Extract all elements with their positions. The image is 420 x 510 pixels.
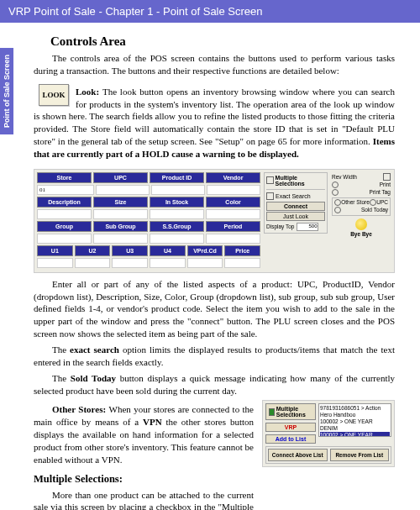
para-other-stores: Other Stores: When your stores are conne… bbox=[34, 403, 254, 465]
t: The bbox=[52, 373, 71, 383]
header-bar: VRP Point of Sale - Chapter 1 - Point of… bbox=[0, 0, 420, 23]
cell-blank[interactable] bbox=[37, 234, 92, 244]
multiple-selections-screenshot: Multiple Selections VRP Add to List 9781… bbox=[262, 400, 395, 467]
cell-blank[interactable] bbox=[151, 185, 205, 195]
col-u3: U3 bbox=[112, 245, 148, 256]
checkbox-icon bbox=[383, 173, 391, 181]
section-title: Controls Area bbox=[50, 34, 395, 49]
col-vprdcd: VPrd.Cd bbox=[187, 245, 223, 256]
col-subgroup: Sub Group bbox=[93, 221, 148, 232]
col-upc: UPC bbox=[93, 172, 148, 183]
right-panel: Rev Width Print Print Tag Other Store UP… bbox=[331, 172, 391, 238]
cell-blank[interactable] bbox=[206, 209, 260, 219]
other-store-label: Other Store bbox=[341, 199, 370, 205]
col-ssgroup: S.S.Group bbox=[150, 221, 204, 232]
exact-search-label: Exact Search bbox=[276, 193, 311, 199]
display-top: Display Top 500 bbox=[266, 223, 325, 231]
sold-today-row[interactable]: Sold Today bbox=[334, 207, 388, 213]
radio-icon bbox=[332, 181, 339, 188]
checkbox-icon bbox=[269, 408, 275, 416]
rev-width-label: Rev Width bbox=[332, 174, 357, 180]
cell-store-val[interactable]: 01 bbox=[37, 185, 94, 195]
header-title: VRP Point of Sale - Chapter 1 - Point of… bbox=[8, 5, 263, 18]
multiple-selections-checkbox[interactable]: Multiple Selections bbox=[266, 175, 325, 187]
ms-label-2: Multiple Selections bbox=[276, 406, 312, 418]
col-size: Size bbox=[93, 197, 148, 208]
remove-from-list-button[interactable]: Remove From List bbox=[330, 449, 390, 461]
upc-label: UPC bbox=[376, 199, 388, 205]
print-tag-row[interactable]: Print Tag bbox=[332, 189, 391, 196]
other-store-box: Other Store UPC Sold Today bbox=[332, 197, 391, 216]
cell-blank[interactable] bbox=[37, 209, 92, 219]
other-stores-bold: Other Stores: bbox=[52, 404, 109, 414]
list-item[interactable]: 100002 > ONE YEAR DENIM bbox=[320, 418, 390, 432]
sold-today-label: Sold Today bbox=[361, 207, 388, 213]
radio-icon bbox=[334, 199, 341, 206]
cell-blank[interactable] bbox=[150, 234, 204, 244]
lookup-screenshot: Store UPC Product ID Vendor 01 Descripti… bbox=[34, 169, 395, 273]
just-look-button[interactable]: Just Look bbox=[266, 212, 325, 221]
para-enter: Enter all or part of any of the listed a… bbox=[34, 278, 395, 340]
col-period: Period bbox=[206, 221, 260, 232]
mid-panel: Multiple Selections Exact Search Connect… bbox=[264, 172, 328, 234]
col-vendor: Vendor bbox=[206, 172, 260, 183]
exact-search-checkbox[interactable]: Exact Search bbox=[266, 192, 325, 200]
col-price: Price bbox=[224, 245, 260, 256]
list-item[interactable]: 9781931686051 > Action Hero Handboo bbox=[320, 405, 390, 418]
print-label: Print bbox=[380, 181, 391, 187]
list-item-selected[interactable]: 100002 > ONE YEAR DENIM bbox=[320, 432, 390, 438]
connect-above-list-button[interactable]: Connect Above List bbox=[268, 449, 328, 461]
col-group: Group bbox=[37, 221, 92, 232]
radio-icon bbox=[334, 207, 341, 213]
col-description: Description bbox=[37, 197, 92, 208]
cell-blank[interactable] bbox=[112, 258, 148, 268]
col-product-id: Product ID bbox=[150, 172, 204, 183]
cell-blank[interactable] bbox=[93, 209, 148, 219]
side-tab-label: Point of Sale Screen bbox=[3, 55, 11, 128]
ms-checkbox-2[interactable]: Multiple Selections bbox=[265, 403, 316, 420]
cell-blank[interactable] bbox=[75, 258, 111, 268]
display-top-label: Display Top bbox=[266, 223, 294, 229]
cell-blank[interactable] bbox=[150, 209, 204, 219]
bye-bye-button[interactable]: Bye Bye bbox=[332, 218, 391, 237]
connect-button[interactable]: Connect bbox=[266, 202, 325, 211]
ms-para1: More than one product can be attached to… bbox=[34, 489, 254, 510]
t: The bbox=[52, 344, 70, 355]
cell-blank[interactable] bbox=[150, 258, 186, 268]
radio-icon bbox=[370, 199, 376, 206]
look-lead: Look: bbox=[76, 87, 102, 97]
cell-blank[interactable] bbox=[224, 258, 260, 268]
col-instock: In Stock bbox=[150, 197, 204, 208]
add-to-list-button[interactable]: Add to List bbox=[265, 434, 316, 444]
other-store-row[interactable]: Other Store UPC bbox=[334, 199, 388, 206]
exact-search-bold: exact search bbox=[70, 344, 119, 355]
side-tab: Point of Sale Screen bbox=[0, 48, 13, 134]
checkbox-icon bbox=[266, 176, 274, 184]
bye-bye-icon bbox=[355, 218, 367, 230]
cell-blank[interactable] bbox=[187, 258, 223, 268]
vpn-bold: VPN bbox=[143, 417, 162, 427]
col-u1: U1 bbox=[37, 245, 73, 256]
print-row[interactable]: Print bbox=[332, 181, 391, 188]
col-u4: U4 bbox=[150, 245, 186, 256]
cell-blank[interactable] bbox=[207, 185, 260, 195]
selection-list[interactable]: 9781931686051 > Action Hero Handboo 1000… bbox=[318, 403, 391, 437]
cell-blank[interactable] bbox=[93, 234, 148, 244]
bye-bye-label: Bye Bye bbox=[332, 231, 391, 237]
cell-blank[interactable] bbox=[37, 258, 73, 268]
cell-blank[interactable] bbox=[206, 234, 260, 244]
radio-icon bbox=[332, 189, 339, 196]
grid-area: Store UPC Product ID Vendor 01 Descripti… bbox=[37, 172, 260, 270]
col-store: Store bbox=[37, 172, 92, 183]
rev-width-row[interactable]: Rev Width bbox=[332, 173, 391, 181]
intro-paragraph: The controls area of the POS screen cont… bbox=[34, 52, 395, 77]
vrp-badge: VRP bbox=[265, 423, 316, 432]
sold-today-bold: Sold Today bbox=[71, 373, 116, 383]
look-button-thumb: LOOK bbox=[39, 84, 69, 106]
display-top-input[interactable]: 500 bbox=[297, 223, 318, 231]
multiple-selections-heading: Multiple Selections: bbox=[34, 473, 254, 486]
para-exact-search: The exact search option limits the displ… bbox=[34, 344, 395, 369]
cell-blank[interactable] bbox=[96, 185, 150, 195]
para-sold-today: The Sold Today button displays a quick m… bbox=[34, 372, 395, 397]
ms-label: Multiple Selections bbox=[276, 175, 325, 187]
